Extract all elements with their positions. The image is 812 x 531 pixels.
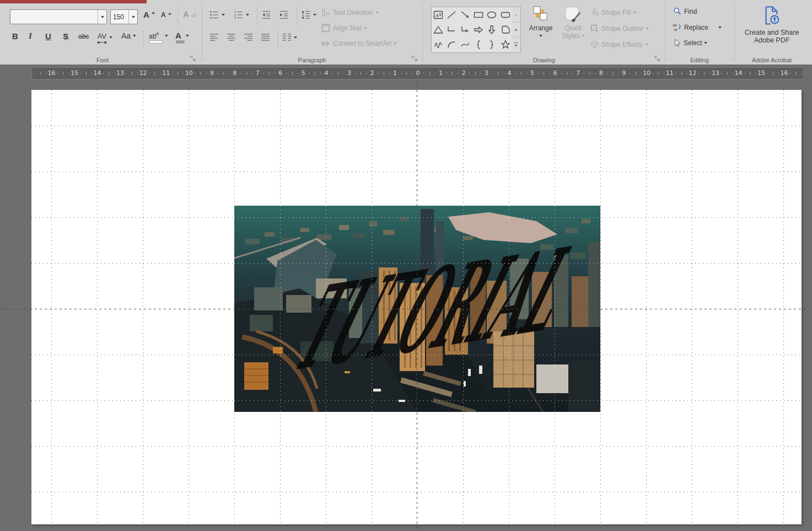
chevron-down-icon[interactable] [222,14,225,16]
grow-font-button[interactable]: A [143,10,155,19]
horizontal-guide[interactable] [0,309,812,309]
shape-triangle[interactable] [432,22,445,37]
ruler-tick [126,73,126,74]
replace-button[interactable]: abac Replace [673,23,722,32]
align-right-icon [244,33,253,41]
chevron-down-icon[interactable] [246,14,249,16]
gridline [97,90,98,524]
shape-line[interactable] [445,7,458,22]
shape-scribble[interactable] [432,37,445,52]
shape-left-brace[interactable] [472,37,485,52]
font-dialog-launcher[interactable] [190,55,197,62]
shape-rectangle[interactable] [472,7,485,22]
text-shadow-button[interactable]: S [63,32,68,40]
decrease-indent-button[interactable] [261,10,271,20]
chevron-down-icon[interactable] [718,26,722,29]
gallery-scroll-down-icon[interactable]: ▼ [512,23,520,38]
chevron-down-icon[interactable] [109,36,112,39]
chevron-down-icon[interactable] [165,35,168,37]
chevron-down-icon[interactable] [313,14,316,16]
align-text-button[interactable]: Align Text [321,23,367,33]
shape-curve[interactable] [459,37,472,52]
shape-right-arrow[interactable] [472,22,485,37]
convert-to-smartart-button[interactable]: Convert to SmartArt [321,39,397,49]
shape-gallery-scrollbar[interactable]: ▲ ▼ ▼ [512,7,521,53]
shape-text-box[interactable]: A [432,7,445,22]
shape-oval[interactable] [485,7,498,22]
chevron-down-icon[interactable] [633,12,636,14]
ruler-tick [286,73,287,74]
underline-button[interactable]: U [45,32,51,40]
shape-rounded-rectangle[interactable] [499,7,512,22]
font-color-button[interactable]: A [175,31,189,41]
chevron-down-icon[interactable] [704,42,707,44]
shape-right-brace[interactable] [485,37,498,52]
chevron-down-icon[interactable] [394,42,397,45]
ruler-tick [773,72,773,75]
ruler-tick [790,73,791,74]
shape-star[interactable] [499,37,512,52]
align-left-button[interactable] [209,33,219,41]
ruler-tick [710,73,711,74]
ruler-tick [80,73,80,74]
align-center-button[interactable] [227,33,236,41]
chevron-down-icon[interactable] [133,35,136,37]
justify-button[interactable] [261,33,270,41]
ruler-tick [526,73,527,74]
text-direction-button[interactable]: A Text Direction [321,8,379,18]
editing-canvas[interactable]: 1615141312111098765432101234567891011121… [0,65,812,531]
drawing-dialog-launcher[interactable] [654,55,661,62]
gallery-scroll-up-icon[interactable]: ▲ [512,7,520,23]
columns-button[interactable] [282,33,297,41]
select-button[interactable]: Select [673,39,707,47]
chevron-down-icon[interactable] [645,44,648,46]
ruler-tick [469,73,470,74]
shape-arc[interactable] [445,37,458,52]
ruler-tick [384,72,384,75]
align-right-button[interactable] [244,33,253,41]
shape-elbow-connector[interactable] [445,22,458,37]
italic-button[interactable]: I [29,32,32,40]
find-button[interactable]: Find [673,7,697,16]
clear-formatting-button[interactable]: A [183,10,197,18]
font-name-combo[interactable] [10,9,107,24]
ruler-tick [172,73,173,74]
vertical-guide[interactable] [417,80,417,531]
increase-indent-button[interactable] [279,10,289,20]
font-size-combo[interactable]: 150 [110,9,138,24]
bullets-button[interactable] [209,10,225,20]
shape-fill-button[interactable]: Shape Fill [590,8,636,17]
create-share-pdf-button[interactable]: Create and Share Adobe PDF [735,6,808,44]
line-spacing-button[interactable] [301,10,316,20]
chevron-down-icon[interactable] [646,28,649,30]
horizontal-ruler[interactable]: 1615141312111098765432101234567891011121… [31,67,804,79]
chevron-down-icon[interactable] [364,27,367,29]
numbering-button[interactable]: 123 [234,10,249,20]
chevron-down-icon[interactable] [98,10,106,24]
chevron-down-icon[interactable] [128,10,137,24]
gridline [600,90,601,524]
shape-outline-button[interactable]: Shape Outline [590,24,649,33]
quick-styles-button[interactable]: Quick Styles [559,6,588,40]
arrange-button[interactable]: Arrange [525,6,557,37]
character-spacing-button[interactable]: AV [97,31,112,44]
shape-effects-button[interactable]: Shape Effects [590,40,648,49]
gridline [783,90,784,524]
change-case-button[interactable]: Aa [121,32,136,40]
chevron-down-icon[interactable] [375,12,379,14]
shape-down-arrow[interactable] [485,22,498,37]
strikethrough-button[interactable]: abc [78,33,89,40]
text-highlight-button[interactable]: ab [149,31,168,41]
search-icon [673,7,682,16]
paragraph-dialog-launcher[interactable] [411,55,418,62]
shape-arrow[interactable] [459,7,472,22]
shape-elbow-arrow-connector[interactable] [459,22,472,37]
bold-button[interactable]: B [12,32,18,40]
shape-folded-corner[interactable] [499,22,512,37]
chevron-down-icon[interactable] [294,36,297,39]
shrink-font-button[interactable]: A [161,12,171,18]
chevron-down-icon[interactable] [186,35,189,37]
ruler-number: 13 [712,69,719,77]
columns-icon [282,33,292,41]
gallery-more-icon[interactable]: ▼ [512,37,520,52]
